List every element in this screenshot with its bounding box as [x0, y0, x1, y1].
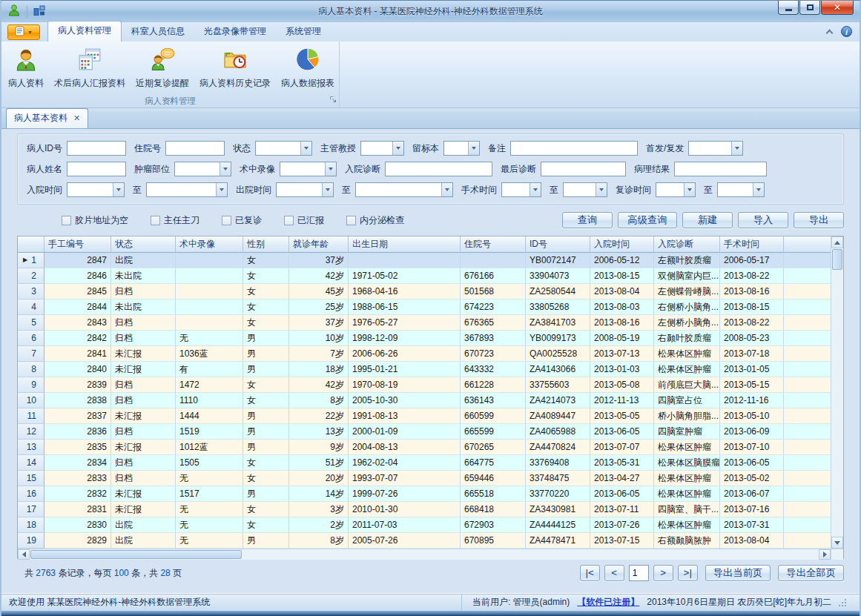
page-first-button[interactable]: |< — [580, 565, 600, 581]
horizontal-scrollbar[interactable] — [18, 549, 831, 560]
table-row-12[interactable]: 122836归档1519男13岁2000-01-09665599ZA406598… — [18, 424, 831, 440]
grid-column-header-11[interactable]: 手术时间 — [720, 236, 784, 253]
ribbon-tab-3[interactable]: 光盘录像带管理 — [194, 22, 276, 42]
query-button[interactable]: 查询 — [562, 212, 613, 228]
table-row-10[interactable]: 102838归档1110女8岁2005-10-30636143ZA4214073… — [18, 393, 831, 408]
scroll-down-button[interactable] — [831, 537, 843, 549]
table-row-8[interactable]: 82840未汇报有男18岁1995-01-21643332ZA414306620… — [18, 362, 831, 377]
vertical-scroll-thumb[interactable] — [832, 249, 842, 270]
combo-dropdown-icon[interactable] — [300, 142, 311, 155]
table-row-11[interactable]: 112837未汇报1444男22岁1991-08-13660599ZA40894… — [18, 408, 831, 424]
table-row-17[interactable]: 172831未汇报无女3岁2010-01-30668418ZA343098120… — [18, 502, 831, 517]
filter-text-input[interactable] — [67, 162, 126, 176]
filter-combo-box[interactable] — [255, 141, 312, 156]
grid-column-header-1[interactable]: 手工编号 — [44, 236, 111, 253]
table-row-13[interactable]: 132835未汇报1012蓝男9岁2004-08-13670265ZA44708… — [18, 440, 831, 455]
table-row-18[interactable]: 182830出院无女2岁2011-07-03672903ZA4444125201… — [18, 517, 831, 533]
combo-dropdown-icon[interactable] — [220, 162, 231, 176]
table-row-2[interactable]: 22846未出院女42岁1971-05-02676166339040732013… — [18, 268, 831, 284]
filter-text-input[interactable] — [541, 162, 626, 176]
filter-checkbox-5[interactable]: 内分泌检查 — [346, 214, 404, 227]
import-button[interactable]: 导入 — [738, 212, 788, 228]
minimize-button[interactable] — [778, 1, 799, 15]
filter-checkbox-4[interactable]: 已汇报 — [284, 214, 324, 227]
filter-text-input[interactable] — [510, 141, 638, 156]
table-row-16[interactable]: 162832未汇报1517男14岁1999-07-266655183377022… — [18, 486, 831, 502]
filter-combo-box[interactable] — [360, 141, 404, 156]
combo-dropdown-icon[interactable] — [684, 183, 695, 196]
vertical-scroll-track[interactable] — [831, 271, 843, 537]
page-number-input[interactable] — [629, 565, 649, 581]
table-row-1[interactable]: ▶12847出院女37岁YB00721472006-05-12左额叶胶质瘤200… — [18, 253, 831, 268]
grid-column-header-2[interactable]: 状态 — [111, 236, 176, 253]
page-prev-button[interactable]: < — [604, 565, 624, 581]
horizontal-scroll-thumb[interactable] — [30, 550, 242, 559]
document-tab-patient-basic-info[interactable]: 病人基本资料 ✕ — [6, 108, 88, 128]
page-last-button[interactable]: >| — [678, 565, 698, 581]
table-row-15[interactable]: 152833归档无女20岁1993-07-0765944633748475201… — [18, 471, 831, 486]
combo-dropdown-icon[interactable] — [322, 183, 333, 196]
combo-dropdown-icon[interactable] — [325, 162, 336, 176]
combo-dropdown-icon[interactable] — [468, 142, 479, 155]
filter-text-input[interactable] — [674, 162, 767, 176]
filter-combo-box[interactable] — [688, 141, 743, 156]
table-row-4[interactable]: 42844未出院女25岁1988-06-15674223338052682013… — [18, 299, 831, 315]
grid-column-header-4[interactable]: 性别 — [243, 236, 289, 253]
filter-combo-box[interactable] — [280, 162, 337, 176]
table-row-9[interactable]: 92839归档1472女42岁1970-08-19661228337556032… — [18, 377, 831, 393]
filter-combo-box[interactable] — [443, 141, 480, 156]
filter-text-input[interactable] — [67, 141, 126, 156]
combo-dropdown-icon[interactable] — [731, 142, 742, 155]
table-row-14[interactable]: 142834归档1505女51岁1962-02-0466477533769408… — [18, 455, 831, 471]
table-row-5[interactable]: 52843归档女37岁1976-05-27676365ZA38417032013… — [18, 315, 831, 331]
filter-combo-box[interactable] — [355, 182, 453, 197]
filter-combo-box[interactable] — [174, 162, 231, 176]
scroll-up-button[interactable] — [831, 236, 843, 248]
table-row-3[interactable]: 32845归档女45岁1968-04-16501568ZA25805442013… — [18, 284, 831, 299]
filter-combo-box[interactable] — [501, 182, 541, 197]
scroll-left-button[interactable] — [18, 549, 30, 560]
combo-dropdown-icon[interactable] — [216, 183, 227, 196]
ribbon-button-4[interactable]: 病人资料历史记录 — [194, 44, 276, 95]
ribbon-tab-2[interactable]: 科室人员信息 — [122, 22, 194, 42]
ribbon-button-3[interactable]: 近期复诊提醒 — [131, 44, 194, 95]
new-button[interactable]: 新建 — [682, 212, 733, 228]
filter-checkbox-2[interactable]: 主任主刀 — [151, 214, 199, 227]
combo-dropdown-icon[interactable] — [392, 142, 403, 155]
resize-grip[interactable] — [839, 599, 846, 606]
combo-dropdown-icon[interactable] — [113, 183, 124, 196]
filter-combo-box[interactable] — [717, 182, 765, 197]
ribbon-tab-4[interactable]: 系统管理 — [276, 22, 331, 42]
combo-dropdown-icon[interactable] — [530, 183, 541, 196]
export-button[interactable]: 导出 — [794, 212, 844, 228]
export-all-pages-button[interactable]: 导出全部页 — [778, 565, 844, 581]
grid-column-header-10[interactable]: 入院诊断 — [654, 236, 720, 253]
combo-dropdown-icon[interactable] — [441, 183, 452, 196]
app-menu-button[interactable]: ▼ — [7, 24, 40, 40]
filter-combo-box[interactable] — [276, 182, 334, 197]
grid-column-header-7[interactable]: 住院号 — [461, 236, 526, 253]
filter-combo-box[interactable] — [67, 182, 125, 197]
ribbon-tab-1[interactable]: 病人资料管理 — [47, 21, 122, 42]
help-icon[interactable]: i — [841, 26, 852, 37]
collapse-ribbon-icon[interactable] — [826, 29, 834, 36]
advanced-query-button[interactable]: 高级查询 — [618, 212, 677, 228]
grid-column-header-8[interactable]: ID号 — [526, 236, 590, 253]
combo-dropdown-icon[interactable] — [753, 183, 764, 196]
table-row-19[interactable]: 192829出院无男8岁2005-07-26670895ZA4478471201… — [18, 533, 831, 549]
horizontal-scroll-track[interactable] — [243, 549, 819, 560]
grid-column-header-9[interactable]: 入院时间 — [590, 236, 654, 253]
combo-dropdown-icon[interactable] — [596, 183, 607, 196]
close-button[interactable]: ✕ — [821, 1, 854, 15]
filter-text-input[interactable] — [165, 141, 225, 156]
filter-combo-box[interactable] — [563, 182, 607, 197]
license-registered-link[interactable]: 【软件已注册】 — [577, 596, 639, 609]
grid-column-header-6[interactable]: 出生日期 — [349, 236, 461, 253]
grid-column-header-3[interactable]: 术中录像 — [176, 236, 243, 253]
dialog-launcher-icon[interactable] — [329, 95, 337, 105]
filter-combo-box[interactable] — [146, 182, 228, 197]
grid-column-header-5[interactable]: 就诊年龄 — [289, 236, 349, 253]
export-current-page-button[interactable]: 导出当前页 — [705, 565, 771, 581]
filter-checkbox-3[interactable]: 已复诊 — [222, 214, 262, 227]
scroll-right-button[interactable] — [819, 549, 831, 560]
